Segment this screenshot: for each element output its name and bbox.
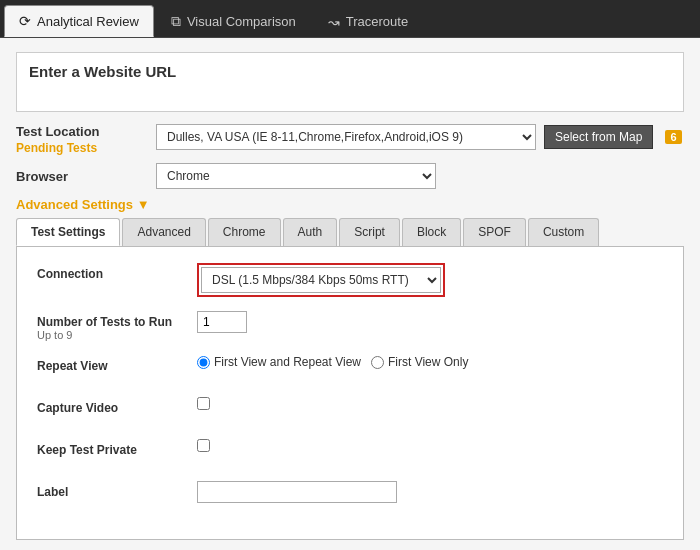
tab-analytical-review-label: Analytical Review (37, 14, 139, 29)
url-section: Enter a Website URL (16, 52, 684, 112)
num-tests-label: Number of Tests to Run (37, 315, 172, 329)
capture-video-label: Capture Video (37, 397, 197, 415)
advanced-settings-arrow: ▼ (137, 197, 150, 212)
repeat-view-first-label: First View Only (388, 355, 468, 369)
main-content: Enter a Website URL Test Location Pendin… (0, 38, 700, 550)
inner-tab-auth[interactable]: Auth (283, 218, 338, 246)
visual-comparison-icon: ⧉ (171, 13, 181, 30)
num-tests-sublabel: Up to 9 (37, 329, 197, 341)
repeat-view-row: Repeat View First View and Repeat View F… (37, 355, 663, 383)
tab-visual-comparison-label: Visual Comparison (187, 14, 296, 29)
num-tests-input[interactable] (197, 311, 247, 333)
connection-row: Connection DSL (1.5 Mbps/384 Kbps 50ms R… (37, 263, 663, 297)
repeat-view-label: Repeat View (37, 355, 197, 373)
num-tests-row: Number of Tests to Run Up to 9 (37, 311, 663, 341)
inner-tab-spof[interactable]: SPOF (463, 218, 526, 246)
advanced-settings-toggle[interactable]: Advanced Settings ▼ (16, 197, 684, 212)
repeat-view-both-option[interactable]: First View and Repeat View (197, 355, 361, 369)
select-from-map-button[interactable]: Select from Map (544, 125, 653, 149)
keep-private-checkbox[interactable] (197, 439, 210, 452)
inner-tab-custom[interactable]: Custom (528, 218, 599, 246)
test-location-row: Test Location Pending Tests Dulles, VA U… (16, 124, 684, 155)
inner-tab-block[interactable]: Block (402, 218, 461, 246)
test-location-select[interactable]: Dulles, VA USA (IE 8-11,Chrome,Firefox,A… (156, 124, 536, 150)
tab-traceroute-label: Traceroute (346, 14, 408, 29)
inner-tab-advanced[interactable]: Advanced (122, 218, 205, 246)
analytical-review-icon: ⟳ (19, 13, 31, 29)
settings-panel: Connection DSL (1.5 Mbps/384 Kbps 50ms R… (16, 247, 684, 540)
browser-label: Browser (16, 169, 156, 184)
inner-tab-chrome[interactable]: Chrome (208, 218, 281, 246)
url-input[interactable] (29, 86, 671, 101)
keep-private-row: Keep Test Private (37, 439, 663, 467)
advanced-settings-label: Advanced Settings (16, 197, 133, 212)
label-field-label: Label (37, 481, 197, 499)
inner-tabs: Test Settings Advanced Chrome Auth Scrip… (16, 218, 684, 247)
label-input[interactable] (197, 481, 397, 503)
traceroute-icon: ↝ (328, 14, 340, 30)
repeat-view-first-option[interactable]: First View Only (371, 355, 468, 369)
tab-visual-comparison[interactable]: ⧉ Visual Comparison (156, 5, 311, 37)
test-location-label: Test Location (16, 124, 156, 139)
url-section-label: Enter a Website URL (29, 63, 671, 80)
pending-tests-badge: 6 (665, 130, 681, 144)
nav-tabs: ⟳ Analytical Review ⧉ Visual Comparison … (0, 0, 700, 38)
connection-select-wrap: DSL (1.5 Mbps/384 Kbps 50ms RTT)Cable (5… (197, 263, 445, 297)
capture-video-row: Capture Video (37, 397, 663, 425)
repeat-view-first-radio[interactable] (371, 356, 384, 369)
capture-video-checkbox[interactable] (197, 397, 210, 410)
tab-analytical-review[interactable]: ⟳ Analytical Review (4, 5, 154, 37)
connection-label: Connection (37, 263, 197, 281)
browser-row: Browser ChromeFirefoxIE 11AndroidiOS 9 (16, 163, 684, 189)
pending-tests-label: Pending Tests (16, 141, 156, 155)
tab-traceroute[interactable]: ↝ Traceroute (313, 5, 423, 37)
repeat-view-both-label: First View and Repeat View (214, 355, 361, 369)
connection-select[interactable]: DSL (1.5 Mbps/384 Kbps 50ms RTT)Cable (5… (201, 267, 441, 293)
inner-tab-script[interactable]: Script (339, 218, 400, 246)
label-row: Label (37, 481, 663, 509)
inner-tab-test-settings[interactable]: Test Settings (16, 218, 120, 246)
keep-private-label: Keep Test Private (37, 439, 197, 457)
repeat-view-both-radio[interactable] (197, 356, 210, 369)
browser-select[interactable]: ChromeFirefoxIE 11AndroidiOS 9 (156, 163, 436, 189)
